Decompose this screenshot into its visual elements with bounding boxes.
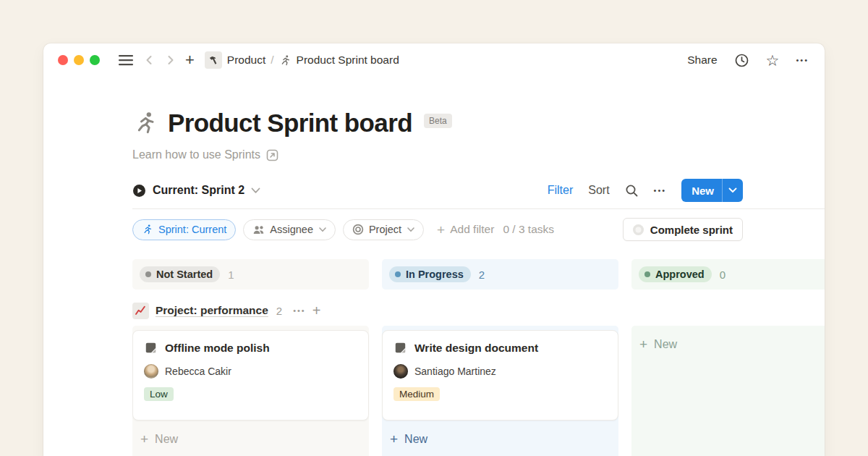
minimize-window-button[interactable] bbox=[74, 55, 84, 65]
column-count: 1 bbox=[228, 269, 234, 281]
priority-tag: Medium bbox=[393, 387, 440, 401]
project-filter-chip[interactable]: Project bbox=[343, 219, 424, 240]
sprint-selector-label: Current: Sprint 2 bbox=[153, 184, 244, 197]
titlebar-actions: Share ☆ ••• bbox=[687, 53, 809, 68]
assignee-filter-chip-label: Assignee bbox=[270, 224, 313, 235]
assignee-name: Santiago Martinez bbox=[414, 366, 496, 377]
titlebar: + Product / Product Sprint board Share ☆… bbox=[43, 43, 825, 77]
column-not-started: Offline mode polish Rebecca Cakir Low + … bbox=[132, 326, 369, 456]
status-dot-icon bbox=[145, 271, 151, 277]
add-filter-button[interactable]: + Add filter bbox=[437, 223, 494, 237]
filter-button[interactable]: Filter bbox=[548, 184, 574, 197]
board-columns: Offline mode polish Rebecca Cakir Low + … bbox=[132, 326, 825, 456]
close-window-button[interactable] bbox=[58, 55, 68, 65]
forward-icon[interactable] bbox=[165, 54, 176, 67]
product-hammer-icon[interactable] bbox=[205, 51, 222, 69]
assignee-name: Rebecca Cakir bbox=[165, 366, 231, 377]
card-title: Write design document bbox=[414, 342, 538, 355]
view-options-icon[interactable]: ••• bbox=[654, 186, 667, 195]
plus-icon: + bbox=[390, 432, 398, 446]
card-title-row: Offline mode polish bbox=[144, 341, 357, 355]
avatar bbox=[144, 364, 158, 379]
add-card-button-approved[interactable]: + New bbox=[631, 337, 825, 351]
add-card-button-not-started[interactable]: + New bbox=[132, 432, 369, 446]
plus-icon: + bbox=[639, 337, 647, 351]
back-icon[interactable] bbox=[143, 54, 155, 67]
favorite-star-icon[interactable]: ☆ bbox=[766, 53, 780, 68]
complete-sprint-label: Complete sprint bbox=[650, 224, 733, 236]
page-icon-runner[interactable] bbox=[132, 110, 158, 136]
tasks-count: 0 / 3 tasks bbox=[503, 223, 554, 236]
add-filter-label: Add filter bbox=[450, 223, 494, 236]
new-page-icon[interactable]: + bbox=[185, 52, 195, 68]
assignee-filter-chip[interactable]: Assignee bbox=[243, 219, 336, 240]
status-pill[interactable]: Approved bbox=[639, 266, 712, 282]
beta-badge: Beta bbox=[424, 114, 452, 128]
status-dot-icon bbox=[395, 271, 401, 277]
share-button[interactable]: Share bbox=[687, 54, 717, 67]
status-label: Not Started bbox=[156, 269, 213, 280]
new-button-chevron-icon[interactable] bbox=[723, 187, 743, 193]
status-pill[interactable]: In Progress bbox=[389, 266, 471, 282]
add-card-label: New bbox=[404, 433, 427, 446]
sort-button[interactable]: Sort bbox=[588, 184, 609, 197]
chevron-down-icon bbox=[319, 227, 326, 232]
board-header-row: Not Started 1 In Progress 2 Approved bbox=[132, 259, 825, 290]
search-icon[interactable] bbox=[625, 184, 639, 198]
sprint-filter-chip[interactable]: Sprint: Current bbox=[132, 219, 236, 240]
new-button[interactable]: New bbox=[681, 179, 743, 202]
sprint-selector[interactable]: Current: Sprint 2 bbox=[132, 184, 260, 198]
add-card-button-in-progress[interactable]: + New bbox=[382, 432, 618, 446]
runner-icon bbox=[142, 224, 153, 235]
column-count: 2 bbox=[479, 269, 485, 281]
play-circle-icon bbox=[132, 184, 146, 198]
group-add-icon[interactable]: + bbox=[312, 303, 321, 318]
app-window: + Product / Product Sprint board Share ☆… bbox=[43, 43, 825, 456]
breadcrumb: Product / Product Sprint board bbox=[205, 51, 399, 69]
chevron-down-icon bbox=[407, 227, 414, 232]
card-title-row: Write design document bbox=[393, 341, 607, 355]
breadcrumb-product[interactable]: Product bbox=[227, 54, 265, 67]
complete-sprint-button[interactable]: Complete sprint bbox=[623, 218, 743, 241]
group-row-project-performance: ▼ Project: performance 2 ••• + bbox=[132, 296, 825, 325]
column-approved: + New bbox=[631, 326, 825, 456]
runner-icon bbox=[279, 54, 292, 67]
chevron-down-icon bbox=[251, 187, 260, 194]
status-pill[interactable]: Not Started bbox=[140, 266, 220, 282]
breadcrumb-current[interactable]: Product Sprint board bbox=[297, 54, 399, 67]
sprint-progress-circle-icon bbox=[633, 224, 644, 235]
window-controls bbox=[58, 55, 100, 65]
add-card-label: New bbox=[654, 338, 677, 351]
view-toolbar: Current: Sprint 2 Filter Sort ••• New bbox=[132, 177, 743, 203]
group-options-icon[interactable]: ••• bbox=[293, 306, 306, 315]
page-icon bbox=[393, 341, 407, 355]
priority-tag: Low bbox=[144, 387, 174, 401]
column-header-approved: Approved 0 bbox=[631, 259, 825, 290]
toolbar-divider bbox=[132, 208, 825, 209]
new-button-label: New bbox=[681, 185, 722, 197]
column-count: 0 bbox=[720, 269, 726, 281]
card-offline-mode-polish[interactable]: Offline mode polish Rebecca Cakir Low bbox=[132, 330, 369, 421]
project-filter-chip-label: Project bbox=[369, 224, 401, 235]
avatar bbox=[393, 364, 408, 379]
learn-link[interactable]: Learn how to use Sprints bbox=[132, 148, 825, 161]
card-assignee-row: Santiago Martinez bbox=[393, 364, 607, 379]
card-write-design-document[interactable]: Write design document Santiago Martinez … bbox=[382, 330, 618, 421]
target-icon bbox=[352, 224, 364, 235]
people-icon bbox=[252, 224, 265, 236]
group-title[interactable]: Project: performance bbox=[156, 304, 268, 317]
history-clock-icon[interactable] bbox=[734, 53, 749, 68]
external-link-icon bbox=[266, 149, 278, 161]
column-header-in-progress: In Progress 2 bbox=[382, 259, 618, 290]
group-count: 2 bbox=[276, 305, 282, 317]
page-content: Product Sprint board Beta Learn how to u… bbox=[43, 109, 825, 456]
card-tag-row: Medium bbox=[393, 387, 607, 401]
sidebar-menu-icon[interactable] bbox=[119, 54, 133, 66]
toolbar-actions: Filter Sort ••• New bbox=[548, 179, 743, 202]
card-tag-row: Low bbox=[144, 387, 357, 401]
more-options-icon[interactable]: ••• bbox=[796, 56, 809, 64]
card-title: Offline mode polish bbox=[165, 342, 270, 355]
maximize-window-button[interactable] bbox=[90, 55, 100, 65]
page-title: Product Sprint board bbox=[168, 109, 412, 138]
plus-icon: + bbox=[437, 223, 445, 237]
